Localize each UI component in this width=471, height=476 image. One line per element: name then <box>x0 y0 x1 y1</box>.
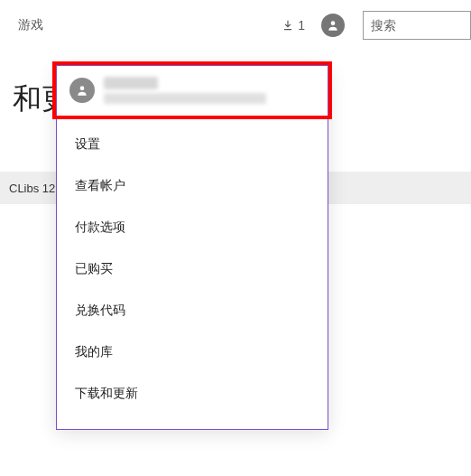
menu-item-settings[interactable]: 设置 <box>57 124 328 165</box>
profile-name-redacted <box>104 77 158 89</box>
profile-row[interactable] <box>57 66 328 115</box>
account-button[interactable] <box>321 14 345 37</box>
search-input[interactable] <box>371 18 463 33</box>
downloads-button[interactable]: 1 <box>282 18 305 33</box>
profile-text <box>104 77 266 104</box>
bg-row-text: CLibs 12 <box>9 182 55 195</box>
account-dropdown: 设置 查看帐户 付款选项 已购买 兑换代码 我的库 下载和更新 <box>56 65 328 430</box>
menu-item-purchased[interactable]: 已购买 <box>57 248 328 290</box>
download-count: 1 <box>298 18 305 33</box>
download-icon <box>282 19 294 32</box>
search-box[interactable] <box>363 11 471 40</box>
person-icon <box>327 19 339 32</box>
menu-item-downloads-updates[interactable]: 下载和更新 <box>57 373 328 415</box>
menu-item-payment-options[interactable]: 付款选项 <box>57 207 328 248</box>
menu-item-redeem-code[interactable]: 兑换代码 <box>57 290 328 331</box>
menu-item-view-account[interactable]: 查看帐户 <box>57 165 328 207</box>
top-bar: 游戏 1 <box>0 0 471 51</box>
profile-email-redacted <box>104 93 266 104</box>
avatar <box>69 78 95 103</box>
nav-games-label[interactable]: 游戏 <box>18 17 43 33</box>
menu-item-my-library[interactable]: 我的库 <box>57 331 328 373</box>
menu-list: 设置 查看帐户 付款选项 已购买 兑换代码 我的库 下载和更新 <box>57 115 328 429</box>
svg-point-1 <box>80 86 85 90</box>
svg-point-0 <box>331 21 336 25</box>
person-icon <box>76 84 88 97</box>
